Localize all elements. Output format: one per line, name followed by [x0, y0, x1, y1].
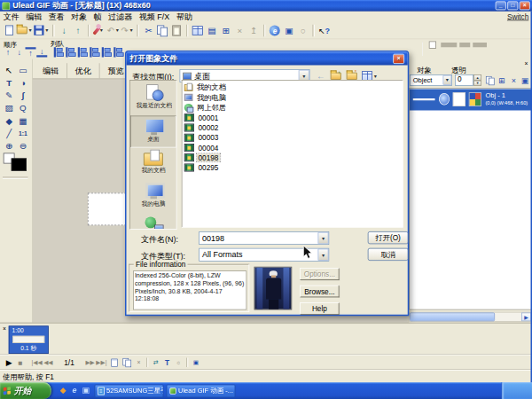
move-top-icon[interactable]: ↑	[26, 47, 36, 57]
quicklaunch-icon-1[interactable]: ◆	[59, 386, 68, 395]
menu-file[interactable]: 文件	[4, 11, 20, 22]
onion-skin-checkbox[interactable]	[429, 42, 436, 49]
background-color-swatch[interactable]	[12, 159, 27, 171]
file-item-00004[interactable]: 00004	[184, 143, 403, 153]
save-button[interactable]: ▼	[34, 24, 49, 37]
delete-frame-icon[interactable]: ×	[133, 359, 145, 366]
visibility-icon[interactable]	[439, 93, 450, 106]
magic-wand-tool[interactable]: Q	[16, 102, 30, 114]
first-frame-icon[interactable]: |◀◀	[31, 359, 43, 366]
frame-1[interactable]: 1:00 0.1 秒	[9, 326, 49, 355]
add-video-button[interactable]: ↑	[72, 24, 84, 37]
eraser-tool[interactable]: ▨	[2, 102, 16, 114]
align-right-icon[interactable]	[78, 47, 88, 57]
object-properties-icon[interactable]: ▣	[520, 74, 531, 86]
transparency-spinner[interactable]: 0 ▲▼	[455, 74, 481, 86]
tab-optimize[interactable]: 优化	[67, 63, 100, 78]
align-bottom-icon[interactable]	[113, 47, 123, 57]
text-frame-icon[interactable]: T	[161, 358, 173, 366]
file-name-combo[interactable]: 00198 ▼	[199, 231, 329, 245]
object-row[interactable]: Obj - 1 (0,0) (W:468, H:60)	[410, 90, 531, 111]
open-button[interactable]: ▼	[17, 24, 33, 37]
fill-tool[interactable]: ◆	[2, 114, 16, 127]
file-item-my-documents[interactable]: 我的文档	[184, 82, 403, 92]
actual-size-tool[interactable]: 1:1	[16, 127, 30, 139]
menu-object[interactable]: 对象	[71, 11, 87, 22]
quicklaunch-icon-3[interactable]: ▣	[82, 386, 91, 395]
panel-close-icon[interactable]: ×	[525, 60, 528, 67]
menu-frame[interactable]: 帧	[94, 11, 102, 22]
grid-tool[interactable]: ▦	[16, 114, 30, 127]
lasso-tool[interactable]: ʃ	[16, 90, 30, 102]
tab-edit[interactable]: 编辑	[35, 63, 67, 78]
place-my-documents[interactable]: 我的文档	[130, 149, 176, 181]
new-object-icon[interactable]	[484, 74, 496, 86]
paste-button[interactable]	[170, 24, 183, 37]
duplicate-button[interactable]: ⊞	[219, 24, 231, 37]
quicklaunch-icon-2[interactable]: e	[70, 386, 80, 395]
frame-panel-close-icon[interactable]: ×	[3, 325, 6, 332]
refresh-button[interactable]: ○	[296, 24, 309, 37]
eyedropper-tool[interactable]: ╱	[2, 127, 16, 139]
place-my-computer[interactable]: 我的电脑	[130, 183, 176, 215]
duplicate-frame-icon[interactable]	[121, 357, 133, 368]
color-wand-button[interactable]: ▼	[93, 24, 106, 37]
brush-tool[interactable]: ✎	[2, 90, 16, 102]
grid-button[interactable]	[192, 24, 204, 37]
move-up-icon[interactable]: ↑	[3, 47, 13, 57]
text-tool[interactable]: T	[2, 76, 16, 89]
copy-button[interactable]	[156, 24, 168, 37]
dialog-close-button[interactable]: ×	[393, 53, 404, 63]
add-frame-icon[interactable]	[111, 357, 122, 367]
move-down-icon[interactable]: ↓	[14, 47, 25, 57]
context-help-button[interactable]: ↖?	[317, 24, 330, 37]
object-selector[interactable]: Object▼	[410, 74, 452, 86]
preview-browser-button[interactable]: ▣	[283, 24, 295, 37]
language-switch[interactable]: Switch	[507, 12, 528, 20]
place-network[interactable]: 网上邻居	[130, 215, 176, 230]
delete-button[interactable]: ×	[233, 24, 246, 37]
zoom-in-tool[interactable]: ⊕	[2, 140, 16, 153]
restore-button[interactable]: □	[507, 2, 518, 11]
last-frame-icon[interactable]: ▶▶|	[96, 359, 107, 366]
marquee-tool[interactable]: ▭	[16, 64, 30, 76]
place-recent[interactable]: 我最近的文档	[130, 84, 176, 116]
prev-frame-icon[interactable]: ◀◀	[43, 359, 54, 366]
effect-icon[interactable]: ☼	[173, 359, 184, 366]
taskbar-task-1[interactable]: ≡ 52SAMSUNG三星手...	[95, 385, 164, 398]
place-desktop[interactable]: 桌面	[130, 116, 176, 148]
taskbar-task-2[interactable]: Ulead GIF 动画 -...	[167, 385, 236, 398]
zoom-out-tool[interactable]: ⊖	[16, 140, 30, 153]
align-left-icon[interactable]	[54, 47, 64, 57]
close-button[interactable]: ×	[520, 2, 530, 11]
redo-button[interactable]: ↷▼	[121, 24, 133, 37]
menu-videofx[interactable]: 视频 F/X	[139, 11, 170, 22]
file-item-network[interactable]: 网上邻居	[184, 103, 403, 113]
pick-tool[interactable]: ↖	[2, 64, 16, 76]
play-icon[interactable]: ▶	[4, 358, 15, 368]
browse-button[interactable]: Browse...	[300, 286, 339, 298]
align-top-icon[interactable]	[90, 47, 99, 57]
file-item-00003[interactable]: 00003	[184, 132, 403, 142]
duplicate-object-icon[interactable]: ⊞	[497, 74, 508, 86]
stop-icon[interactable]: ■	[15, 358, 27, 366]
panel-mode-icon[interactable]: ▣	[191, 359, 202, 366]
scrollbar-thumb[interactable]	[410, 313, 495, 322]
move-bottom-icon[interactable]: ↓	[36, 47, 47, 57]
file-item-00001[interactable]: 00001	[184, 113, 403, 122]
align-center-icon[interactable]	[66, 47, 75, 57]
canvas-selection[interactable]	[88, 193, 129, 226]
help-button[interactable]: Help	[300, 302, 339, 315]
start-button[interactable]: 开始	[0, 382, 51, 399]
swap-frame-icon[interactable]: ⇄	[151, 359, 162, 366]
frame-panel-button[interactable]: ▤	[206, 24, 218, 37]
ellipse-tool[interactable]: ◑	[16, 76, 30, 89]
file-item-00295[interactable]: 00295	[184, 162, 403, 172]
align-middle-icon[interactable]	[102, 47, 112, 57]
file-item-00002[interactable]: 00002	[184, 122, 403, 132]
menu-help[interactable]: 帮助	[176, 11, 192, 22]
add-image-button[interactable]: ↓	[58, 24, 70, 37]
menu-edit[interactable]: 编辑	[26, 11, 42, 22]
undo-button[interactable]: ↶▼	[107, 24, 120, 37]
menu-view[interactable]: 查看	[49, 11, 65, 22]
